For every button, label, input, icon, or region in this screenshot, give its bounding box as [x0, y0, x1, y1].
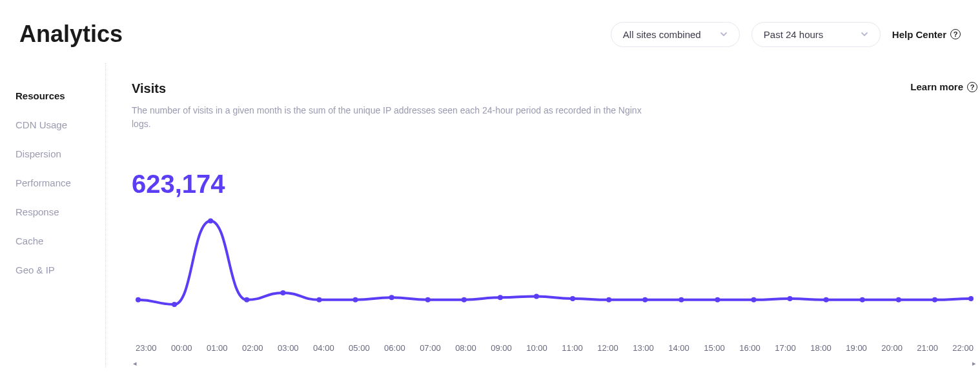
- x-tick-label: 03:00: [278, 343, 299, 353]
- scroll-left-icon[interactable]: ◂: [133, 359, 137, 368]
- chart-point[interactable]: [534, 293, 539, 299]
- sidebar-item-label: CDN Usage: [15, 119, 67, 130]
- x-tick-label: 02:00: [242, 343, 263, 353]
- sidebar-item-label: Dispersion: [15, 148, 61, 159]
- help-center-label: Help Center: [892, 29, 946, 40]
- x-tick-label: 21:00: [917, 343, 938, 353]
- x-tick-label: 05:00: [349, 343, 370, 353]
- chart-point[interactable]: [208, 218, 213, 223]
- site-dropdown-label: All sites combined: [623, 29, 701, 40]
- x-tick-label: 19:00: [846, 343, 867, 353]
- scroll-indicators: ◂ ▸: [132, 359, 977, 368]
- x-tick-label: 00:00: [171, 343, 192, 353]
- chart-point[interactable]: [353, 297, 358, 303]
- x-tick-label: 04:00: [313, 343, 334, 353]
- chart-point[interactable]: [968, 296, 974, 301]
- chart-point[interactable]: [751, 297, 756, 303]
- question-icon: ?: [967, 82, 977, 92]
- sidebar-item-label: Cache: [15, 235, 43, 246]
- x-tick-label: 14:00: [668, 343, 689, 353]
- chart-point[interactable]: [679, 297, 684, 303]
- x-tick-label: 20:00: [881, 343, 903, 353]
- sidebar-item-response[interactable]: Response: [15, 197, 105, 226]
- x-tick-label: 18:00: [810, 343, 832, 353]
- chart-point[interactable]: [425, 297, 431, 303]
- x-tick-label: 17:00: [775, 343, 796, 353]
- chart-point[interactable]: [244, 297, 249, 303]
- sidebar-item-label: Geo & IP: [15, 264, 55, 275]
- x-tick-label: 13:00: [633, 343, 654, 353]
- x-tick-label: 11:00: [562, 343, 583, 353]
- range-dropdown[interactable]: Past 24 hours: [751, 22, 881, 47]
- chart-point[interactable]: [172, 302, 177, 307]
- sidebar-item-label: Performance: [15, 177, 71, 188]
- learn-more-link[interactable]: Learn more ?: [910, 81, 977, 92]
- chart-point[interactable]: [642, 297, 648, 303]
- sidebar-item-dispersion[interactable]: Dispersion: [15, 139, 105, 168]
- chart-point[interactable]: [389, 295, 394, 300]
- section-description: The number of visits in a given month is…: [132, 104, 648, 131]
- chart-point[interactable]: [570, 296, 575, 301]
- site-dropdown[interactable]: All sites combined: [611, 22, 740, 47]
- x-tick-label: 15:00: [704, 343, 725, 353]
- sidebar-item-geo-ip[interactable]: Geo & IP: [15, 255, 105, 284]
- x-tick-label: 07:00: [420, 343, 441, 353]
- x-tick-label: 08:00: [455, 343, 476, 353]
- chart-point[interactable]: [932, 297, 937, 303]
- sidebar-item-resources[interactable]: Resources: [15, 81, 105, 110]
- chart-point[interactable]: [788, 296, 793, 301]
- header-controls: All sites combined Past 24 hours Help Ce…: [611, 22, 961, 47]
- chart-point[interactable]: [498, 295, 503, 300]
- range-dropdown-label: Past 24 hours: [764, 29, 824, 40]
- x-tick-label: 10:00: [526, 343, 547, 353]
- help-center-link[interactable]: Help Center ?: [892, 29, 961, 40]
- chart-point[interactable]: [606, 297, 611, 303]
- visits-total: 623,174: [132, 170, 977, 199]
- chart-point[interactable]: [715, 297, 720, 303]
- sidebar: ResourcesCDN UsageDispersionPerformanceR…: [15, 63, 106, 368]
- sidebar-item-performance[interactable]: Performance: [15, 168, 105, 197]
- main-panel: Visits The number of visits in a given m…: [106, 63, 980, 368]
- sidebar-item-label: Resources: [15, 90, 65, 101]
- x-tick-label: 09:00: [491, 343, 512, 353]
- x-tick-label: 23:00: [136, 343, 157, 353]
- sidebar-item-label: Response: [15, 206, 59, 217]
- x-tick-label: 16:00: [739, 343, 761, 353]
- chart-point[interactable]: [860, 297, 865, 303]
- chart-point[interactable]: [280, 290, 285, 295]
- chart-point[interactable]: [316, 297, 322, 303]
- question-icon: ?: [950, 29, 961, 39]
- chart-point[interactable]: [462, 297, 467, 303]
- x-tick-label: 12:00: [597, 343, 618, 353]
- sidebar-item-cdn-usage[interactable]: CDN Usage: [15, 110, 105, 139]
- section-title: Visits: [132, 81, 648, 96]
- x-tick-label: 22:00: [952, 343, 974, 353]
- sidebar-item-cache[interactable]: Cache: [15, 226, 105, 255]
- chevron-down-icon: [720, 30, 728, 38]
- chevron-down-icon: [861, 30, 868, 38]
- chart-point[interactable]: [896, 297, 901, 303]
- learn-more-label: Learn more: [910, 81, 963, 92]
- visits-chart: 23:0000:0001:0002:0003:0004:0005:0006:00…: [132, 205, 977, 368]
- chart-point[interactable]: [136, 297, 141, 303]
- page-title: Analytics: [19, 21, 123, 48]
- x-tick-label: 01:00: [207, 343, 228, 353]
- x-tick-label: 06:00: [384, 343, 405, 353]
- chart-point[interactable]: [824, 297, 829, 303]
- chart-line: [138, 221, 971, 304]
- scroll-right-icon[interactable]: ▸: [972, 359, 976, 368]
